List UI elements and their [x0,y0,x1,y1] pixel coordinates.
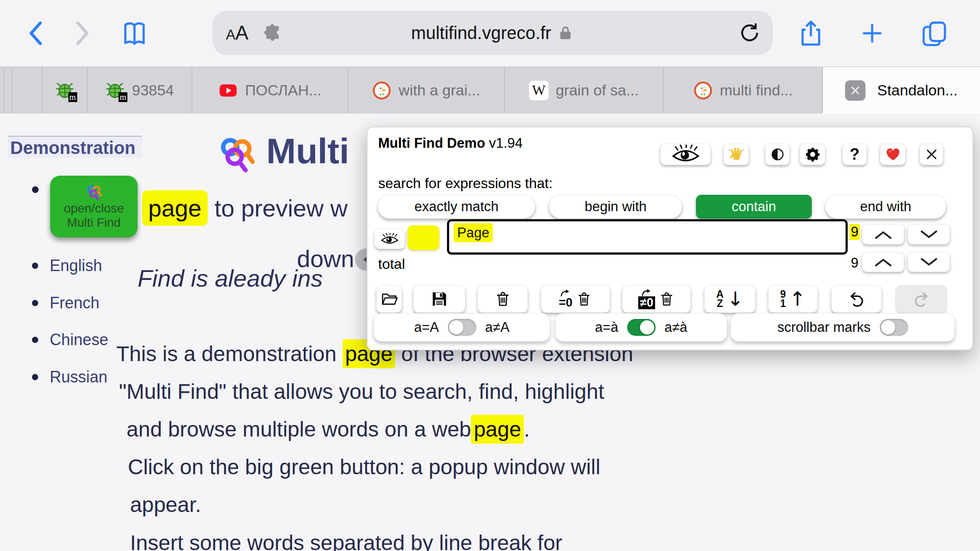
arrow-up-icon: ↑ [789,289,806,309]
filter-contain-selected[interactable]: contain [696,195,812,219]
tab-wikipedia[interactable]: W grain of sa... [505,67,664,114]
bookmarks-button[interactable] [115,13,154,53]
scrollbar-marks-label: scrollbar marks [777,319,870,335]
share-button[interactable] [791,13,831,53]
accent-switch-on[interactable] [627,319,656,336]
search-term-input[interactable]: Page [447,219,848,255]
language-link-russian[interactable]: Russian [32,368,107,386]
green-button-line2: Multi Find [67,216,121,230]
sort-alphabetical-button[interactable]: AZ ↓ [704,285,755,313]
undo-button[interactable] [831,285,881,313]
trash-icon [659,291,675,307]
language-link-english[interactable]: English [32,256,102,275]
donate-button[interactable] [880,144,905,165]
save-list-button[interactable] [413,285,465,313]
popup-version: v1.94 [489,135,523,151]
close-icon [925,147,939,161]
tab-label: grain of sa... [556,82,639,99]
heart-icon [885,146,901,162]
highlight-color-swatch[interactable] [407,225,439,250]
question-mark-icon: ? [850,145,860,164]
tab-label: ПОСЛАН... [245,82,321,99]
popup-title: Multi Find Demo v1.94 [378,135,523,151]
close-tab-button[interactable] [845,80,865,101]
tab-bug[interactable]: m [42,67,87,114]
show-hide-highlights-button[interactable] [660,144,711,165]
tab-strip: m m 93854 ПОСЛАН... with a grai... W gra… [0,67,980,114]
lock-icon [557,24,574,42]
case-switch[interactable] [448,319,476,336]
redo-button-disabled[interactable] [896,285,947,313]
back-button[interactable] [17,13,57,53]
tab-sliver[interactable] [4,67,12,114]
paragraph-line-6: Insert some words separated by line brea… [130,531,562,551]
reload-button[interactable] [737,20,762,45]
accent-sensitivity-toggle[interactable]: a=à a≠à [555,313,727,342]
wikipedia-favicon: W [529,81,549,100]
filter-begin-with[interactable]: begin with [549,195,682,219]
filter-end-with[interactable]: end with [825,195,946,219]
tab-with-a-grain[interactable]: with a grai... [348,67,505,114]
equals-zero-label: =0 [559,297,573,309]
scrollbar-marks-toggle[interactable]: scrollbar marks [731,313,955,342]
arrow-down-icon: ↓ [727,289,743,309]
url-field[interactable]: multifind.vgreco.fr [213,23,773,43]
green-button-line1: open/close [64,201,124,216]
duckduckgo-favicon [693,81,713,100]
paragraph-line-5: appear. [130,492,201,517]
total-previous-button[interactable] [862,252,904,272]
open-close-multifind-button[interactable]: open/close Multi Find [50,176,138,237]
toggle-term-visibility-button[interactable] [375,229,405,249]
tab-sliver[interactable] [12,67,42,114]
case-not-equal-label: a≠A [485,319,510,335]
greeting-button[interactable] [723,144,749,165]
delete-nonzero-matches-button[interactable]: ≠0 [622,285,691,313]
language-link-chinese[interactable]: Chinese [32,331,108,349]
match-count: 9 [850,224,860,240]
help-button[interactable]: ? [842,144,867,165]
next-match-button[interactable] [908,224,950,244]
tab-standalone-active[interactable]: Standalon... [823,67,980,114]
url-text: multifind.vgreco.fr [411,23,551,43]
delete-all-button[interactable] [478,285,528,313]
browser-toolbar: AA multifind.vgreco.fr [0,0,980,67]
curved-arrow-icon [640,289,653,296]
paragraph-line-2: "Multi Find" that allows you to search, … [119,379,604,404]
open-list-button[interactable] [376,285,402,313]
settings-button[interactable] [800,144,825,165]
lead-line: page to preview w [142,194,348,222]
tab-label: with a grai... [399,82,480,99]
scrollbar-marks-switch[interactable] [880,319,908,336]
tab-label: 93854 [132,82,174,99]
chevron-down-icon [919,257,939,267]
tab-sliver[interactable] [0,67,4,114]
safari-window: AA multifind.vgreco.fr m m 93854 ПОСЛАН.… [0,0,980,551]
tab-multi-find[interactable]: multi find... [664,67,823,114]
address-bar[interactable]: AA multifind.vgreco.fr [213,11,773,55]
chevron-up-icon [873,257,893,267]
language-link-french[interactable]: French [32,294,99,312]
forward-button[interactable] [61,13,101,53]
tab-overview-button[interactable] [914,13,954,53]
delete-zero-matches-button[interactable]: =0 [541,285,610,313]
tab-label: Standalon... [877,82,957,99]
multifind-logo-icon [216,134,257,175]
undo-icon [848,291,865,307]
eye-icon [379,233,400,245]
case-sensitivity-toggle[interactable]: a=A a≠A [374,313,550,342]
duckduckgo-favicon [372,81,391,100]
previous-match-button[interactable] [862,224,904,244]
close-popup-button[interactable] [920,144,943,165]
multifind-logo-icon [85,184,103,201]
tab-youtube[interactable]: ПОСЛАН... [192,67,348,114]
sort-by-count-button[interactable]: 91 ↑ [768,285,818,313]
bug-favicon: m [105,81,125,100]
list-bullet [32,186,39,193]
new-tab-button[interactable] [852,13,892,53]
total-next-button[interactable] [908,252,950,272]
tab-93854[interactable]: m 93854 [87,67,192,114]
filter-exactly-match[interactable]: exactly match [378,195,535,219]
theme-contrast-button[interactable] [765,144,790,165]
accent-not-equal-label: a≠à [664,319,688,335]
open-folder-icon [380,290,398,308]
